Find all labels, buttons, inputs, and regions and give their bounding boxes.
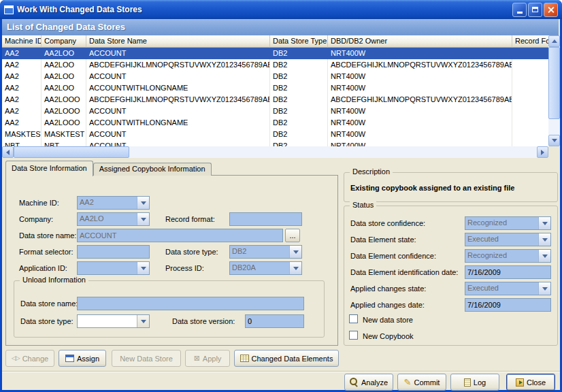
window-title: Work With Changed Data Stores [17, 5, 511, 14]
chevron-down-icon[interactable] [538, 282, 550, 295]
data-element-confidence-label: Data Element confidence: [350, 252, 436, 260]
scrollbar-corner [548, 146, 560, 158]
cell-owner: NRT400W [328, 48, 512, 59]
new-copybook-checkbox[interactable] [349, 331, 358, 340]
log-button[interactable]: Log [450, 374, 499, 391]
arrow-right-icon [541, 150, 544, 155]
chevron-down-icon[interactable] [289, 262, 301, 274]
cell-machine-id: AA2 [2, 82, 42, 94]
cell-company: NBT [42, 140, 86, 146]
chevron-down-icon[interactable] [289, 246, 301, 258]
cell-company: AA2LOO [42, 82, 86, 94]
cell-data-store-type: DB2 [270, 129, 328, 140]
format-selector-label: Format selector: [19, 248, 73, 256]
cell-owner: NRT400W [328, 105, 512, 117]
unload-data-store-type-value [78, 315, 137, 327]
table-row[interactable]: AA2 AA2LOO ABCDEFGHIJKLMNOPQRSTUVWXYZ012… [2, 59, 548, 71]
unload-group-title: Unload Information [20, 276, 88, 284]
process-id-label: Process ID: [165, 264, 204, 272]
chevron-down-icon[interactable] [538, 250, 550, 262]
column-header-record-format[interactable]: Record Fo [512, 35, 548, 48]
data-store-type-combo[interactable]: DB2 [229, 245, 302, 259]
table-row[interactable]: AA2 AA2LOOO ACCOUNT DB2 NRT400W [2, 105, 548, 117]
scroll-down-button[interactable] [548, 135, 560, 146]
vertical-scroll-thumb[interactable] [548, 47, 560, 119]
cell-record-format [512, 105, 548, 117]
scroll-up-button[interactable] [548, 35, 560, 47]
unload-data-store-name-input[interactable] [77, 297, 304, 310]
analyze-button-label: Analyze [361, 378, 388, 387]
data-store-name-input[interactable] [77, 229, 283, 242]
table-row[interactable]: NBT NBT ACCOUNT DB2 NRT400W [2, 140, 548, 146]
table-row[interactable]: AA2 AA2LOO ACCOUNT DB2 NRT400W [2, 48, 548, 59]
log-icon [464, 378, 471, 387]
company-combo[interactable]: AA2LO [77, 212, 150, 226]
cell-owner: NRT400W [328, 82, 512, 94]
machine-id-combo[interactable]: AA2 [77, 196, 150, 210]
applied-changes-state-value: Executed [465, 282, 538, 295]
tray-separator [2, 371, 560, 372]
chevron-down-icon[interactable] [137, 197, 149, 209]
commit-button[interactable]: ✎ Commit [397, 374, 446, 391]
data-store-confidence-value: Recognized [465, 217, 538, 229]
format-selector-input[interactable] [77, 245, 150, 259]
cell-record-format [512, 59, 548, 71]
chevron-down-icon[interactable] [137, 315, 149, 327]
cell-company: MASKTEST [42, 129, 86, 140]
new-data-store-button-label: New Data Store [120, 355, 173, 363]
tab-assigned-copybook-information[interactable]: Assigned Copybook Information [93, 163, 212, 176]
table-row[interactable]: AA2 AA2LOO ACCOUNT DB2 NRT400W [2, 71, 548, 82]
table-row[interactable]: AA2 AA2LOOO ACCOUNTWITHLONGNAME DB2 NRT4… [2, 117, 548, 129]
analyze-button[interactable]: Analyze [344, 374, 393, 391]
scroll-left-button[interactable] [2, 146, 14, 158]
assign-button[interactable]: Assign [59, 350, 106, 367]
table-row[interactable]: MASKTEST MASKTEST ACCOUNT DB2 NRT400W [2, 129, 548, 140]
unload-data-store-version-input[interactable] [245, 314, 304, 328]
applied-changes-date-input[interactable] [465, 298, 551, 312]
chevron-down-icon[interactable] [137, 262, 149, 274]
change-button: ◁▷ Change [5, 350, 54, 367]
cell-machine-id: NBT [2, 140, 42, 146]
close-button[interactable] [544, 3, 558, 17]
changed-data-elements-button[interactable]: Changed Data Elements [234, 350, 339, 367]
scroll-right-button[interactable] [537, 146, 548, 158]
table-row[interactable]: AA2 AA2LOOO ABCDEFGHIJKLMNOPQRSTUVWXYZ01… [2, 94, 548, 105]
browse-button[interactable]: ... [285, 229, 300, 242]
chevron-down-icon[interactable] [137, 213, 149, 225]
data-element-identification-date-input[interactable] [465, 265, 551, 279]
unload-data-store-name-label: Data store name: [20, 299, 78, 308]
horizontal-scroll-thumb[interactable] [14, 146, 129, 158]
minimize-icon [517, 12, 523, 14]
data-element-confidence-combo[interactable]: Recognized [465, 249, 551, 263]
column-header-data-store-type[interactable]: Data Store Type [270, 35, 328, 48]
process-id-combo[interactable]: DB20A [229, 261, 302, 275]
unload-data-store-type-combo[interactable] [77, 314, 150, 328]
data-store-confidence-combo[interactable]: Recognized [465, 216, 551, 230]
cell-record-format [512, 48, 548, 59]
new-data-store-checkbox[interactable] [349, 314, 358, 323]
close-icon [547, 6, 555, 14]
applied-changes-state-combo[interactable]: Executed [465, 282, 551, 295]
data-element-state-combo[interactable]: Executed [465, 233, 551, 246]
apply-icon: ⊠ [194, 355, 200, 362]
tab-data-store-information[interactable]: Data Store Information [5, 161, 93, 176]
close-action-button[interactable]: Close [506, 374, 555, 391]
titlebar[interactable]: Work With Changed Data Stores [0, 0, 562, 19]
maximize-button[interactable] [528, 3, 542, 17]
machine-id-value: AA2 [78, 197, 137, 209]
column-header-machine-id[interactable]: Machine ID [2, 35, 42, 48]
chevron-down-icon[interactable] [538, 217, 550, 229]
table-row[interactable]: AA2 AA2LOO ACCOUNTWITHLONGNAME DB2 NRT40… [2, 82, 548, 94]
column-header-company[interactable]: Company [42, 35, 86, 48]
record-format-input[interactable] [229, 212, 302, 226]
new-copybook-checkbox-label: New Copybook [363, 332, 414, 340]
change-icon: ◁▷ [12, 355, 20, 361]
cell-data-store-name: ACCOUNT [86, 129, 270, 140]
application-id-combo[interactable] [77, 261, 150, 275]
column-header-data-store-name[interactable]: Data Store Name [86, 35, 270, 48]
chevron-down-icon[interactable] [538, 233, 550, 246]
column-header-dbd-db2-owner[interactable]: DBD/DB2 Owner [328, 35, 512, 48]
data-store-table: AA2 AA2LOO ACCOUNT DB2 NRT400W AA2 AA2LO… [2, 48, 548, 146]
minimize-button[interactable] [512, 3, 527, 17]
cell-machine-id: AA2 [2, 59, 42, 71]
